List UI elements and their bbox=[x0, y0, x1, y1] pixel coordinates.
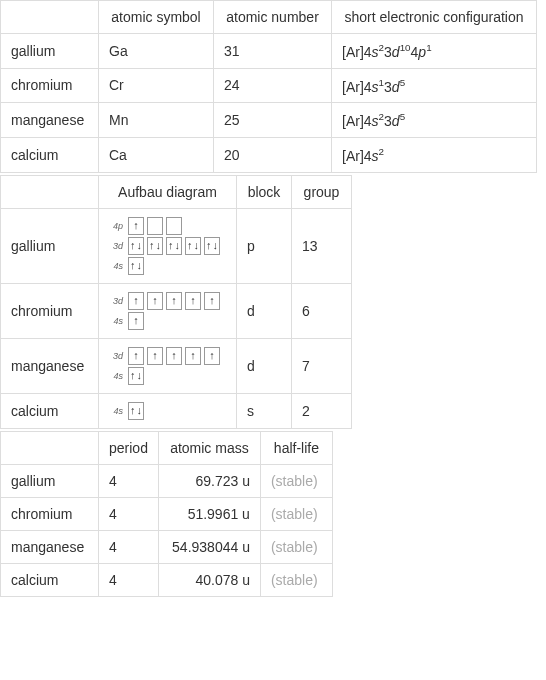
element-block: p bbox=[237, 208, 292, 283]
electron-arrow: ↓ bbox=[137, 240, 143, 251]
element-mass: 54.938044 u bbox=[158, 530, 260, 563]
element-name: calcium bbox=[1, 393, 99, 428]
orbital-row: 3d ↑↑↑↑↑ bbox=[107, 347, 228, 365]
aufbau-diagram: 4s ↑↓ bbox=[99, 393, 237, 428]
electron-arrow: ↑ bbox=[149, 240, 155, 251]
electron-arrow: ↑ bbox=[209, 295, 215, 306]
header-empty bbox=[1, 431, 99, 464]
electron-arrow: ↑ bbox=[171, 295, 177, 306]
element-number: 20 bbox=[214, 137, 332, 172]
table-row: gallium 4p ↑ 3d ↑↓↑↓↑↓↑↓↑↓ 4s ↑↓ p 13 bbox=[1, 208, 352, 283]
table-row: calcium Ca 20 [Ar]4s2 bbox=[1, 137, 537, 172]
element-symbol: Cr bbox=[99, 68, 214, 103]
orbital-row: 4s ↑ bbox=[107, 312, 228, 330]
electron-arrow: ↑ bbox=[130, 370, 136, 381]
element-symbol: Mn bbox=[99, 103, 214, 138]
header-empty bbox=[1, 1, 99, 34]
element-config: [Ar]4s13d5 bbox=[332, 68, 537, 103]
header-aufbau: Aufbau diagram bbox=[99, 175, 237, 208]
orbital-box: ↑ bbox=[128, 312, 144, 330]
table-row: chromium Cr 24 [Ar]4s13d5 bbox=[1, 68, 537, 103]
electron-arrow: ↑ bbox=[171, 350, 177, 361]
electron-arrow: ↑ bbox=[130, 240, 136, 251]
electron-arrow: ↑ bbox=[206, 240, 212, 251]
element-name: calcium bbox=[1, 563, 99, 596]
table-aufbau: Aufbau diagram block group gallium 4p ↑ … bbox=[0, 175, 352, 429]
element-halflife: (stable) bbox=[260, 530, 332, 563]
orbital-box: ↑↓ bbox=[166, 237, 182, 255]
orbital-box: ↑ bbox=[204, 347, 220, 365]
electron-arrow: ↑ bbox=[152, 295, 158, 306]
orbital-box: ↑↓ bbox=[128, 237, 144, 255]
orbital-box: ↑ bbox=[185, 292, 201, 310]
element-block: d bbox=[237, 283, 292, 338]
element-group: 13 bbox=[292, 208, 352, 283]
orbital-box: ↑ bbox=[128, 217, 144, 235]
orbital-row: 4p ↑ bbox=[107, 217, 228, 235]
header-block: block bbox=[237, 175, 292, 208]
header-config: short electronic configuration bbox=[332, 1, 537, 34]
orbital-label: 3d bbox=[107, 351, 123, 361]
element-mass: 40.078 u bbox=[158, 563, 260, 596]
table-row: chromium 3d ↑↑↑↑↑ 4s ↑ d 6 bbox=[1, 283, 352, 338]
header-empty bbox=[1, 175, 99, 208]
table-row: chromium 4 51.9961 u (stable) bbox=[1, 497, 333, 530]
element-name: chromium bbox=[1, 283, 99, 338]
table-atomic-symbol: atomic symbol atomic number short electr… bbox=[0, 0, 537, 173]
element-group: 7 bbox=[292, 338, 352, 393]
element-period: 4 bbox=[99, 497, 159, 530]
table-period-mass: period atomic mass half-life gallium 4 6… bbox=[0, 431, 333, 597]
electron-arrow: ↑ bbox=[133, 220, 139, 231]
element-halflife: (stable) bbox=[260, 563, 332, 596]
table-row: manganese Mn 25 [Ar]4s23d5 bbox=[1, 103, 537, 138]
element-config: [Ar]4s23d104p1 bbox=[332, 34, 537, 69]
electron-arrow: ↑ bbox=[133, 295, 139, 306]
electron-arrow: ↑ bbox=[190, 350, 196, 361]
orbital-row: 4s ↑↓ bbox=[107, 402, 228, 420]
element-mass: 69.723 u bbox=[158, 464, 260, 497]
orbital-box: ↑↓ bbox=[204, 237, 220, 255]
element-name: gallium bbox=[1, 34, 99, 69]
orbital-box: ↑↓ bbox=[128, 257, 144, 275]
orbital-label: 4s bbox=[107, 316, 123, 326]
orbital-box: ↑↓ bbox=[147, 237, 163, 255]
element-number: 24 bbox=[214, 68, 332, 103]
orbital-row: 4s ↑↓ bbox=[107, 367, 228, 385]
orbital-box: ↑ bbox=[128, 347, 144, 365]
orbital-box: ↑↓ bbox=[128, 402, 144, 420]
electron-arrow: ↑ bbox=[190, 295, 196, 306]
element-config: [Ar]4s2 bbox=[332, 137, 537, 172]
table-row: calcium 4 40.078 u (stable) bbox=[1, 563, 333, 596]
element-name: manganese bbox=[1, 103, 99, 138]
orbital-row: 4s ↑↓ bbox=[107, 257, 228, 275]
electron-arrow: ↓ bbox=[156, 240, 162, 251]
element-name: calcium bbox=[1, 137, 99, 172]
header-mass: atomic mass bbox=[158, 431, 260, 464]
orbital-box: ↑ bbox=[147, 292, 163, 310]
element-name: chromium bbox=[1, 68, 99, 103]
orbital-label: 3d bbox=[107, 296, 123, 306]
electron-arrow: ↓ bbox=[137, 260, 143, 271]
element-number: 31 bbox=[214, 34, 332, 69]
table-row: manganese 3d ↑↑↑↑↑ 4s ↑↓ d 7 bbox=[1, 338, 352, 393]
element-period: 4 bbox=[99, 563, 159, 596]
orbital-box: ↑ bbox=[185, 347, 201, 365]
element-period: 4 bbox=[99, 530, 159, 563]
orbital-box: ↑ bbox=[166, 347, 182, 365]
electron-arrow: ↑ bbox=[209, 350, 215, 361]
element-group: 2 bbox=[292, 393, 352, 428]
header-number: atomic number bbox=[214, 1, 332, 34]
header-halflife: half-life bbox=[260, 431, 332, 464]
orbital-row: 3d ↑↑↑↑↑ bbox=[107, 292, 228, 310]
orbital-label: 4s bbox=[107, 261, 123, 271]
electron-arrow: ↑ bbox=[187, 240, 193, 251]
table-row: manganese 4 54.938044 u (stable) bbox=[1, 530, 333, 563]
header-group: group bbox=[292, 175, 352, 208]
orbital-label: 3d bbox=[107, 241, 123, 251]
aufbau-diagram: 4p ↑ 3d ↑↓↑↓↑↓↑↓↑↓ 4s ↑↓ bbox=[99, 208, 237, 283]
header-period: period bbox=[99, 431, 159, 464]
element-name: manganese bbox=[1, 338, 99, 393]
orbital-label: 4s bbox=[107, 371, 123, 381]
orbital-row: 3d ↑↓↑↓↑↓↑↓↑↓ bbox=[107, 237, 228, 255]
element-halflife: (stable) bbox=[260, 497, 332, 530]
